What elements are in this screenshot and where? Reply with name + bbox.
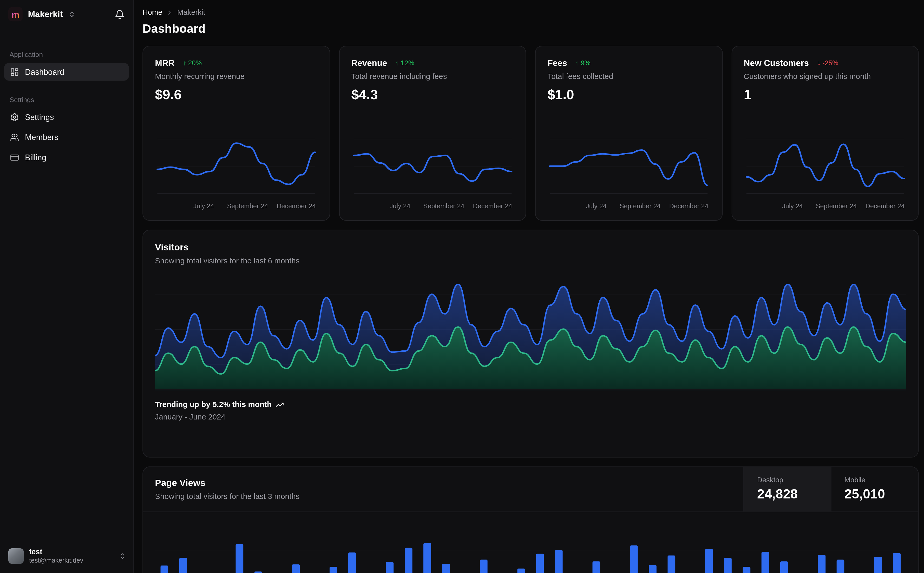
gear-icon (10, 113, 19, 121)
sidebar-item-label: Dashboard (25, 67, 64, 76)
stat-title: Fees (547, 58, 567, 68)
layout-dashboard-icon (10, 67, 19, 76)
x-axis-labels: July 24September 24December 24 (351, 202, 514, 212)
breadcrumb-home-link[interactable]: Home (143, 8, 162, 17)
main-content: Home Makerkit Dashboard MRR ↑20% Monthly… (133, 0, 924, 573)
user-menu[interactable]: test test@makerkit.dev (0, 540, 133, 573)
sidebar-item-dashboard[interactable]: Dashboard (4, 63, 129, 81)
app-root: m Makerkit Application Dashboard Set (0, 0, 924, 573)
workspace-switcher[interactable]: m Makerkit (0, 0, 133, 27)
workspace-name: Makerkit (28, 9, 63, 19)
users-icon (10, 133, 19, 142)
visitors-trend-text: Trending up by 5.2% this month (155, 400, 271, 409)
chevrons-up-down-icon (119, 553, 126, 560)
trend-badge: ↑9% (576, 59, 590, 66)
sidebar-item-label: Settings (25, 113, 54, 121)
stat-subtitle: Monthly recurring revenue (155, 72, 317, 80)
visitors-subtitle: Showing total visitors for the last 6 mo… (155, 256, 906, 265)
visitors-title: Visitors (155, 242, 906, 253)
x-axis-labels: July 24September 24December 24 (744, 202, 906, 212)
stat-card-revenue: Revenue ↑12% Total revenue including fee… (339, 46, 526, 221)
stat-title: Revenue (351, 58, 387, 68)
page-views-card: Page Views Showing total visitors for th… (143, 467, 919, 573)
sidebar-item-label: Billing (25, 153, 46, 161)
arrow-up-icon: ↑ (576, 59, 579, 66)
bell-icon[interactable] (115, 9, 125, 19)
stat-cards-row: MRR ↑20% Monthly recurring revenue $9.6 … (143, 46, 919, 221)
visitors-date-range: January - June 2024 (155, 412, 906, 421)
stat-card-mrr: MRR ↑20% Monthly recurring revenue $9.6 … (143, 46, 330, 221)
sparkline-chart: July 24September 24December 24 (547, 132, 710, 212)
arrow-down-icon: ↓ (817, 59, 820, 66)
sidebar: m Makerkit Application Dashboard Set (0, 0, 133, 573)
breadcrumb-current[interactable]: Makerkit (177, 8, 206, 17)
trending-up-icon (276, 400, 284, 409)
stat-value: $4.3 (351, 87, 514, 103)
stat-value: $1.0 (547, 87, 710, 103)
stat-subtitle: Total fees collected (547, 72, 710, 80)
chevrons-up-down-icon (68, 11, 75, 18)
credit-card-icon (10, 153, 19, 161)
stat-subtitle: Customers who signed up this month (744, 72, 906, 80)
toggle-desktop[interactable]: Desktop 24,828 (744, 467, 831, 512)
makerkit-logo: m (8, 7, 23, 21)
page-views-title: Page Views (155, 478, 731, 488)
trend-badge: ↑20% (183, 59, 202, 66)
stat-title: MRR (155, 58, 174, 68)
stat-value: $9.6 (155, 87, 317, 103)
trend-badge: ↓-25% (817, 59, 838, 66)
trend-badge: ↑12% (395, 59, 414, 66)
toggle-mobile[interactable]: Mobile 25,010 (831, 467, 918, 512)
stat-card-new-customers: New Customers ↓-25% Customers who signed… (731, 46, 919, 221)
nav-section-label: Application (0, 51, 133, 58)
avatar (8, 549, 24, 564)
sidebar-item-label: Members (25, 133, 58, 142)
x-axis-labels: July 24September 24December 24 (547, 202, 710, 212)
sparkline-chart: July 24September 24December 24 (744, 132, 906, 212)
sidebar-nav: Application Dashboard Settings Settings (0, 27, 133, 169)
breadcrumb: Home Makerkit (143, 8, 919, 17)
sidebar-item-settings[interactable]: Settings (4, 108, 129, 126)
arrow-up-icon: ↑ (183, 59, 187, 66)
page-views-bar-chart (143, 512, 918, 573)
page-title: Dashboard (143, 22, 919, 36)
stat-title: New Customers (744, 58, 809, 68)
chevron-right-icon (166, 9, 173, 16)
stat-value: 1 (744, 87, 906, 103)
page-views-subtitle: Showing total visitors for the last 3 mo… (155, 492, 731, 501)
user-email: test@makerkit.dev (29, 557, 83, 565)
stat-card-fees: Fees ↑9% Total fees collected $1.0 July … (535, 46, 723, 221)
sparkline-chart: July 24September 24December 24 (351, 132, 514, 212)
sparkline-chart: July 24September 24December 24 (155, 132, 317, 212)
visitors-area-chart (155, 273, 906, 390)
sidebar-item-members[interactable]: Members (4, 128, 129, 146)
arrow-up-icon: ↑ (395, 59, 399, 66)
user-name: test (29, 548, 83, 557)
stat-subtitle: Total revenue including fees (351, 72, 514, 80)
visitors-footer: Trending up by 5.2% this month January -… (155, 400, 906, 421)
page-views-header: Page Views Showing total visitors for th… (143, 467, 918, 512)
nav-section-label: Settings (0, 96, 133, 103)
visitors-card: Visitors Showing total visitors for the … (143, 230, 919, 457)
sidebar-item-billing[interactable]: Billing (4, 148, 129, 166)
x-axis-labels: July 24September 24December 24 (155, 202, 317, 212)
